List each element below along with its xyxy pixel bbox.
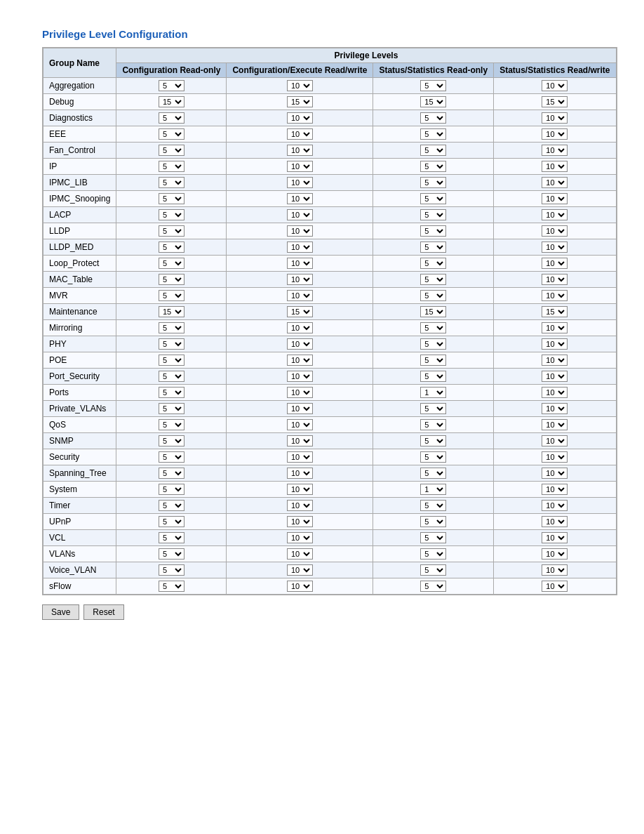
privilege-select-UPnP-col4[interactable]: 123456789101112131415 [542,516,568,527]
privilege-cell[interactable]: 123456789101112131415 [227,207,373,223]
privilege-select-IPMC_Snooping-col3[interactable]: 123456789101112131415 [420,193,446,204]
privilege-cell[interactable]: 123456789101112131415 [373,369,494,385]
privilege-cell[interactable]: 123456789101112131415 [373,256,494,272]
privilege-cell[interactable]: 123456789101112131415 [494,352,616,369]
privilege-cell[interactable]: 123456789101112131415 [227,369,373,385]
privilege-select-Maintenance-col1[interactable]: 123456789101112131415 [159,306,185,317]
privilege-select-LLDP_MED-col4[interactable]: 123456789101112131415 [542,241,568,253]
privilege-cell[interactable]: 123456789101112131415 [494,546,616,562]
privilege-cell[interactable]: 123456789101112131415 [494,320,616,336]
privilege-select-UPnP-col2[interactable]: 123456789101112131415 [287,516,313,527]
privilege-select-System-col2[interactable]: 123456789101112131415 [287,484,313,495]
privilege-cell[interactable]: 123456789101112131415 [116,159,227,175]
privilege-select-Maintenance-col2[interactable]: 123456789101112131415 [287,306,313,317]
privilege-cell[interactable]: 123456789101112131415 [373,465,494,482]
privilege-select-VCL-col3[interactable]: 123456789101112131415 [420,532,446,543]
privilege-cell[interactable]: 123456789101112131415 [116,191,227,207]
privilege-select-IPMC_Snooping-col1[interactable]: 123456789101112131415 [159,193,185,204]
privilege-select-System-col1[interactable]: 123456789101112131415 [159,484,185,495]
privilege-cell[interactable]: 123456789101112131415 [494,449,616,465]
privilege-cell[interactable]: 123456789101112131415 [116,369,227,385]
privilege-cell[interactable]: 123456789101112131415 [227,191,373,207]
privilege-select-Debug-col2[interactable]: 123456789101112131415 [287,96,313,107]
privilege-select-Loop_Protect-col1[interactable]: 123456789101112131415 [159,258,185,269]
privilege-select-QoS-col1[interactable]: 123456789101112131415 [159,419,185,430]
privilege-select-EEE-col4[interactable]: 123456789101112131415 [542,128,568,140]
privilege-cell[interactable]: 123456789101112131415 [494,562,616,578]
privilege-select-VLANs-col3[interactable]: 123456789101112131415 [420,548,446,560]
privilege-select-Private_VLANs-col4[interactable]: 123456789101112131415 [542,403,568,414]
privilege-cell[interactable]: 123456789101112131415 [227,449,373,465]
privilege-select-sFlow-col1[interactable]: 123456789101112131415 [159,581,185,592]
privilege-select-MAC_Table-col1[interactable]: 123456789101112131415 [159,274,185,285]
privilege-cell[interactable]: 123456789101112131415 [227,498,373,514]
privilege-select-Port_Security-col3[interactable]: 123456789101112131415 [420,371,446,382]
privilege-cell[interactable]: 123456789101112131415 [116,336,227,352]
privilege-cell[interactable]: 123456789101112131415 [373,239,494,256]
privilege-cell[interactable]: 123456789101112131415 [494,369,616,385]
privilege-cell[interactable]: 123456789101112131415 [227,223,373,239]
privilege-cell[interactable]: 123456789101112131415 [116,385,227,401]
privilege-select-System-col4[interactable]: 123456789101112131415 [542,484,568,495]
privilege-cell[interactable]: 123456789101112131415 [116,126,227,143]
privilege-select-Port_Security-col4[interactable]: 123456789101112131415 [542,371,568,382]
privilege-select-VCL-col1[interactable]: 123456789101112131415 [159,532,185,543]
privilege-select-Timer-col4[interactable]: 123456789101112131415 [542,500,568,511]
privilege-select-Private_VLANs-col2[interactable]: 123456789101112131415 [287,403,313,414]
privilege-select-Port_Security-col1[interactable]: 123456789101112131415 [159,371,185,382]
privilege-cell[interactable]: 123456789101112131415 [494,94,616,110]
privilege-select-MAC_Table-col2[interactable]: 123456789101112131415 [287,274,313,285]
privilege-select-QoS-col4[interactable]: 123456789101112131415 [542,419,568,430]
privilege-cell[interactable]: 123456789101112131415 [116,562,227,578]
privilege-select-LLDP_MED-col3[interactable]: 123456789101112131415 [420,241,446,253]
privilege-cell[interactable]: 123456789101112131415 [227,562,373,578]
privilege-select-Timer-col1[interactable]: 123456789101112131415 [159,500,185,511]
privilege-select-Ports-col3[interactable]: 123456789101112131415 [420,387,446,398]
privilege-cell[interactable]: 123456789101112131415 [494,465,616,482]
privilege-cell[interactable]: 123456789101112131415 [494,207,616,223]
privilege-select-VCL-col4[interactable]: 123456789101112131415 [542,532,568,543]
privilege-cell[interactable]: 123456789101112131415 [116,465,227,482]
privilege-cell[interactable]: 123456789101112131415 [116,78,227,94]
privilege-select-Ports-col4[interactable]: 123456789101112131415 [542,387,568,398]
privilege-cell[interactable]: 123456789101112131415 [227,433,373,449]
privilege-select-SNMP-col1[interactable]: 123456789101112131415 [159,435,185,446]
privilege-cell[interactable]: 123456789101112131415 [116,514,227,530]
privilege-select-Voice_VLAN-col3[interactable]: 123456789101112131415 [420,564,446,576]
privilege-cell[interactable]: 123456789101112131415 [227,514,373,530]
privilege-cell[interactable]: 123456789101112131415 [116,417,227,433]
privilege-cell[interactable]: 123456789101112131415 [116,352,227,369]
privilege-select-LLDP-col1[interactable]: 123456789101112131415 [159,225,185,237]
privilege-select-PHY-col2[interactable]: 123456789101112131415 [287,338,313,350]
privilege-cell[interactable]: 123456789101112131415 [494,223,616,239]
privilege-select-Voice_VLAN-col1[interactable]: 123456789101112131415 [159,564,185,576]
privilege-select-PHY-col3[interactable]: 123456789101112131415 [420,338,446,350]
privilege-cell[interactable]: 123456789101112131415 [116,320,227,336]
privilege-cell[interactable]: 123456789101112131415 [116,530,227,546]
privilege-select-Diagnostics-col3[interactable]: 123456789101112131415 [420,112,446,124]
privilege-select-Private_VLANs-col1[interactable]: 123456789101112131415 [159,403,185,414]
privilege-cell[interactable]: 123456789101112131415 [227,94,373,110]
privilege-select-Fan_Control-col4[interactable]: 123456789101112131415 [542,145,568,156]
privilege-select-Port_Security-col2[interactable]: 123456789101112131415 [287,371,313,382]
privilege-cell[interactable]: 123456789101112131415 [494,417,616,433]
privilege-cell[interactable]: 123456789101112131415 [373,385,494,401]
privilege-select-IPMC_LIB-col4[interactable]: 123456789101112131415 [542,177,568,188]
privilege-cell[interactable]: 123456789101112131415 [116,449,227,465]
privilege-cell[interactable]: 123456789101112131415 [373,78,494,94]
privilege-select-Security-col1[interactable]: 123456789101112131415 [159,451,185,463]
privilege-cell[interactable]: 123456789101112131415 [373,336,494,352]
privilege-cell[interactable]: 123456789101112131415 [227,336,373,352]
privilege-cell[interactable]: 123456789101112131415 [116,272,227,288]
privilege-select-SNMP-col4[interactable]: 123456789101112131415 [542,435,568,446]
privilege-select-LLDP-col3[interactable]: 123456789101112131415 [420,225,446,237]
privilege-cell[interactable]: 123456789101112131415 [116,288,227,304]
privilege-cell[interactable]: 123456789101112131415 [116,175,227,191]
privilege-select-MVR-col3[interactable]: 123456789101112131415 [420,290,446,301]
privilege-select-VLANs-col2[interactable]: 123456789101112131415 [287,548,313,560]
privilege-cell[interactable]: 123456789101112131415 [373,207,494,223]
privilege-select-Debug-col1[interactable]: 123456789101112131415 [159,96,185,107]
privilege-cell[interactable]: 123456789101112131415 [116,256,227,272]
privilege-cell[interactable]: 123456789101112131415 [494,482,616,498]
privilege-select-POE-col1[interactable]: 123456789101112131415 [159,355,185,366]
